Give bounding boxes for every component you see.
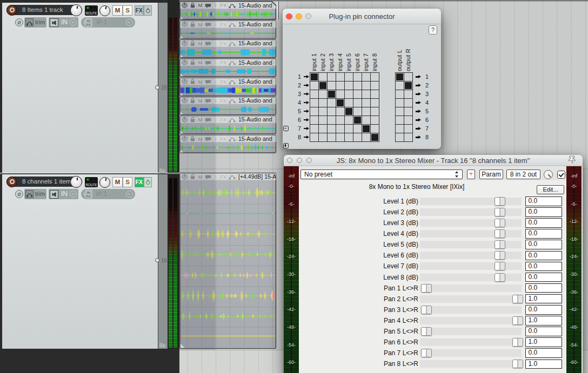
svg-text:FX: FX	[220, 117, 226, 123]
svg-text:15-Audio and: 15-Audio and	[238, 40, 272, 46]
svg-text:FX: FX	[220, 79, 226, 85]
svg-text:15-Audio and: 15-Audio and	[238, 21, 272, 28]
svg-text:FX: FX	[220, 137, 226, 142]
svg-text:15-Audio and: 15-Audio and	[238, 97, 272, 104]
svg-text:15-Audio and: 15-Audio and	[238, 135, 272, 142]
svg-text:15-Audio and: 15-Audio and	[238, 59, 272, 66]
svg-text:FX: FX	[220, 60, 226, 65]
svg-text:15-Audio and: 15-Audio and	[238, 116, 272, 123]
svg-text:FX: FX	[220, 98, 226, 104]
svg-text:[+4.49dB] 15-A: [+4.49dB] 15-A	[238, 173, 276, 180]
svg-text:FX: FX	[220, 3, 226, 8]
svg-text:15-Audio and: 15-Audio and	[238, 2, 272, 9]
svg-text:FX: FX	[220, 22, 226, 28]
svg-text:FX: FX	[220, 41, 226, 46]
svg-text:FX: FX	[220, 174, 226, 180]
svg-text:15-Audio and: 15-Audio and	[238, 78, 272, 85]
